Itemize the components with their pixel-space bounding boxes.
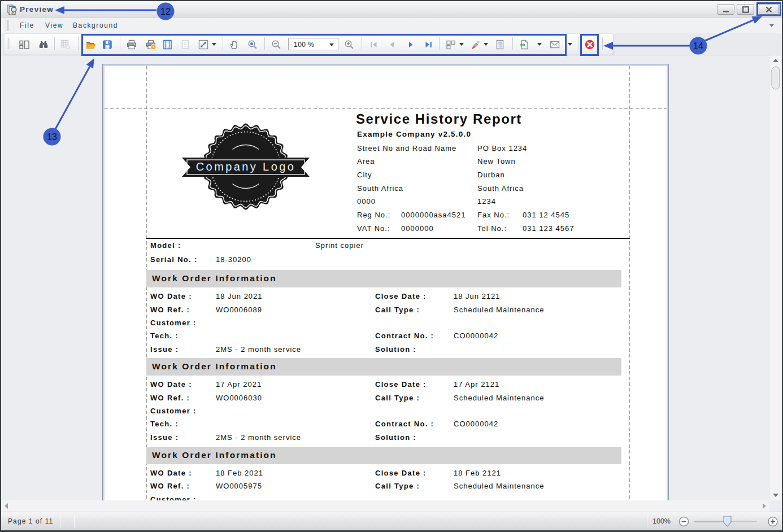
svg-text:Company Logo: Company Logo [196, 160, 295, 173]
